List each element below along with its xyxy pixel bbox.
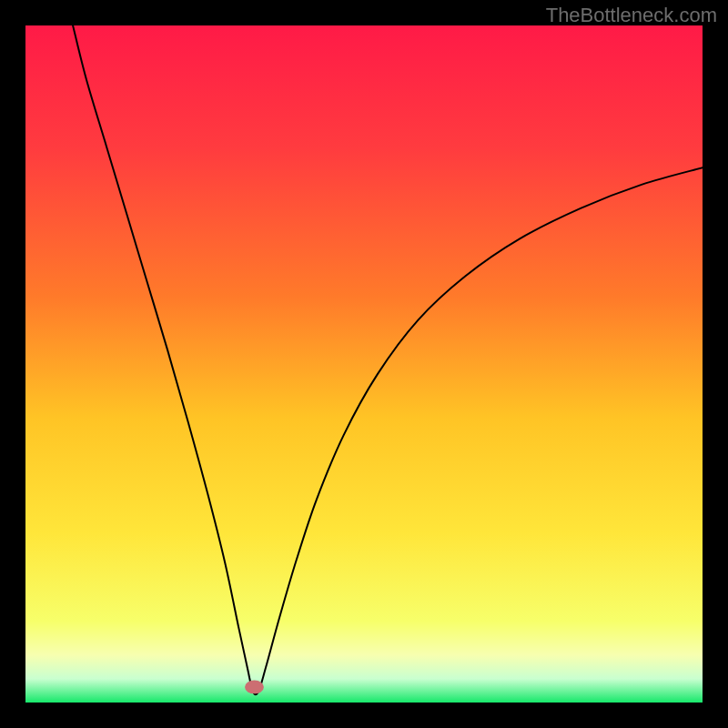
watermark-text: TheBottleneck.com <box>546 4 717 27</box>
sweet-spot-marker <box>245 680 264 693</box>
bottleneck-chart <box>25 25 703 703</box>
gradient-background <box>25 25 703 703</box>
plot-area <box>25 25 703 703</box>
chart-frame: TheBottleneck.com <box>0 0 728 728</box>
